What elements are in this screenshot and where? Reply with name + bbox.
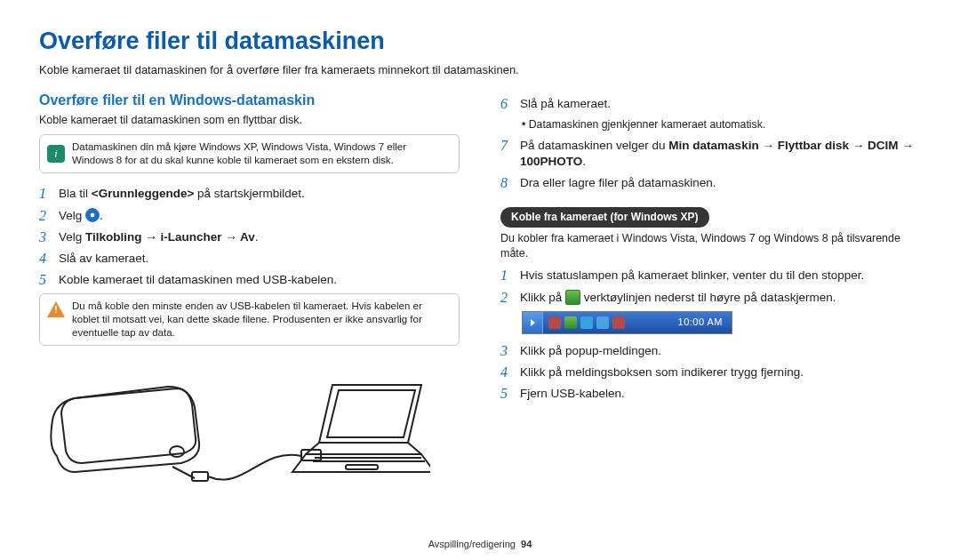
step-number: 2: [500, 290, 513, 306]
step-number: 1: [39, 186, 52, 202]
safely-remove-icon: [565, 290, 580, 305]
svg-rect-4: [346, 465, 378, 469]
step-bold: Tilkobling → i-Launcher → Av: [85, 230, 255, 244]
step-text: .: [582, 155, 586, 168]
safely-remove-tray-icon: [564, 316, 577, 329]
footer-section: Avspilling/redigering: [428, 539, 516, 549]
step-number: 2: [39, 208, 52, 224]
step-3: 3 Velg Tilkobling → i-Launcher → Av.: [39, 229, 460, 245]
step-number: 4: [39, 251, 52, 267]
xp-step-4: 4 Klikk på meldingsboksen som indikerer …: [500, 364, 921, 380]
page-intro: Koble kameraet til datamaskinen for å ov…: [39, 62, 921, 78]
footer-page-number: 94: [521, 539, 532, 549]
step-2: 2 Velg .: [39, 208, 460, 224]
taskbar-clock: 10:00 AM: [678, 316, 732, 329]
xp-step-2: 2 Klikk på verktøylinjen nederst til høy…: [500, 290, 921, 306]
step-body: Koble kameraet til datamaskinen med USB-…: [59, 272, 460, 288]
step-body: Klikk på meldingsboksen som indikerer tr…: [520, 364, 921, 380]
svg-rect-2: [192, 472, 208, 481]
step-text: På datamaskinen velger du: [520, 139, 668, 152]
info-note-text: Datamaskinen din må kjøre Windows XP, Wi…: [72, 140, 450, 167]
step-number: 5: [39, 272, 52, 288]
xp-step-3: 3 Klikk på popup-meldingen.: [500, 343, 921, 359]
tray-icon-3: [580, 316, 593, 329]
step-bold: <Grunnleggende>: [92, 187, 195, 200]
windows-taskbar-illustration: 10:00 AM: [522, 311, 732, 334]
step-body: Bla til <Grunnleggende> på startskjermbi…: [59, 186, 460, 202]
step-text: .: [255, 230, 259, 244]
step-text: Klikk på: [520, 291, 565, 304]
step-number: 3: [500, 343, 513, 359]
step-body: På datamaskinen velger du Min datamaskin…: [520, 138, 921, 170]
info-icon: i: [47, 145, 65, 163]
step-body: Klikk på popup-meldingen.: [520, 343, 921, 359]
step-text: på startskjermbildet.: [194, 187, 305, 200]
info-note: i Datamaskinen din må kjøre Windows XP, …: [39, 134, 460, 173]
step-number: 4: [500, 364, 513, 380]
step-number: 5: [500, 386, 513, 402]
left-column: Overføre filer til en Windows-datamaskin…: [39, 91, 460, 492]
taskbar-tray-icons: [543, 316, 630, 329]
tray-icon-4: [596, 316, 609, 329]
svg-point-0: [170, 446, 184, 457]
step-4: 4 Slå av kameraet.: [39, 251, 460, 267]
step-text: Velg: [59, 209, 85, 222]
warning-icon: [47, 301, 65, 317]
step-body: Klikk på verktøylinjen nederst til høyre…: [520, 290, 921, 306]
step-5: 5 Koble kameraet til datamaskinen med US…: [39, 272, 460, 288]
step-number: 6: [500, 96, 513, 112]
page-title: Overføre filer til datamaskinen: [39, 25, 921, 57]
step-8: 8 Dra eller lagre filer på datamaskinen.: [500, 175, 921, 191]
section-pill: Koble fra kameraet (for Windows XP): [500, 207, 709, 227]
camera-icon: [85, 208, 100, 222]
section-lead: Koble kameraet til datamaskinen som en f…: [39, 113, 460, 128]
step-body: Dra eller lagre filer på datamaskinen.: [520, 175, 921, 191]
warning-note: Du må koble den minste enden av USB-kabe…: [39, 293, 460, 346]
step-body: Velg Tilkobling → i-Launcher → Av.: [59, 229, 460, 245]
step-body: Hvis statuslampen på kameraet blinker, v…: [520, 268, 921, 284]
pill-lead: Du kobler fra kameraet i Windows Vista, …: [500, 231, 921, 261]
tray-icon-1: [548, 316, 561, 329]
right-column: 6 Slå på kameraet. Datamaskinen gjenkjen…: [500, 91, 921, 492]
illustration-svg: [39, 358, 430, 492]
step-body: Fjern USB-kabelen.: [520, 386, 921, 402]
warning-note-text: Du må koble den minste enden av USB-kabe…: [72, 300, 450, 340]
step-text: Velg: [59, 230, 85, 244]
page-footer: Avspilling/redigering 94: [0, 538, 960, 551]
step-text: verktøylinjen nederst til høyre på datas…: [580, 291, 836, 304]
step-body: Slå på kameraet.: [520, 96, 921, 112]
camera-laptop-illustration: [39, 358, 460, 492]
step-text: Bla til: [59, 187, 92, 200]
step-text: .: [100, 209, 103, 222]
tray-icon-5: [612, 316, 625, 329]
step-6: 6 Slå på kameraet.: [500, 96, 921, 112]
step-body: Slå av kameraet.: [59, 251, 460, 267]
step-body: Velg .: [59, 208, 460, 224]
step-7: 7 På datamaskinen velger du Min datamask…: [500, 138, 921, 170]
xp-step-1: 1 Hvis statuslampen på kameraet blinker,…: [500, 268, 921, 284]
step-sub: Datamaskinen gjenkjenner kameraet automa…: [522, 117, 921, 132]
taskbar-expand-icon: [523, 312, 543, 333]
step-number: 3: [39, 229, 52, 245]
section-subtitle: Overføre filer til en Windows-datamaskin: [39, 91, 460, 110]
step-1: 1 Bla til <Grunnleggende> på startskjerm…: [39, 186, 460, 202]
step-number: 7: [500, 138, 513, 170]
xp-step-5: 5 Fjern USB-kabelen.: [500, 386, 921, 402]
step-number: 1: [500, 268, 513, 284]
step-number: 8: [500, 175, 513, 191]
